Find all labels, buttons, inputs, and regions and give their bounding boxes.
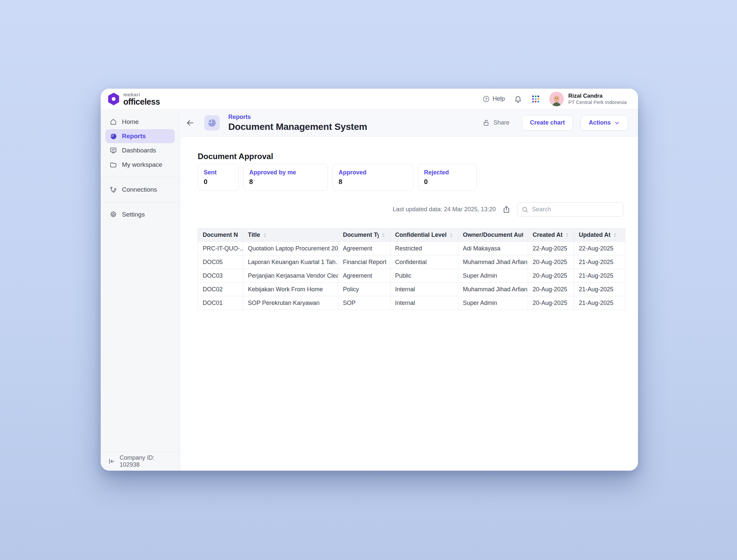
- cell-document-number: PRC-IT-QUO-..: [198, 242, 243, 255]
- table-row[interactable]: DOC01 SOP Perekrutan Karyawan SOP Intern…: [198, 296, 625, 310]
- stat-label: Sent: [204, 169, 232, 176]
- column-header-updated-at[interactable]: Updated At: [574, 228, 625, 242]
- cell-owner: Muhammad Jihad Arfian: [458, 255, 528, 269]
- cell-document-number: DOC01: [198, 296, 243, 310]
- page-title: Document Management System: [228, 122, 367, 132]
- cell-confidential-level: Internal: [391, 283, 458, 296]
- sidebar-item-my-workspace[interactable]: My workspace: [105, 158, 175, 172]
- sort-icon[interactable]: [449, 233, 453, 237]
- sort-icon[interactable]: [382, 233, 386, 237]
- cell-document-type: SOP: [338, 296, 391, 310]
- logo-brand: mekari: [123, 92, 160, 97]
- cell-document-number: DOC05: [198, 255, 243, 269]
- sidebar-item-settings[interactable]: Settings: [105, 208, 175, 222]
- gear-icon: [109, 211, 117, 219]
- stat-label: Rejected: [424, 169, 471, 176]
- dashboard-icon: [109, 146, 117, 154]
- column-header-confidential-level[interactable]: Confidential Level: [391, 228, 458, 242]
- stat-card-approved[interactable]: Approved 8: [332, 164, 414, 191]
- column-header-created-at[interactable]: Created At: [528, 228, 574, 242]
- cell-created-at: 20-Aug-2025: [528, 296, 574, 310]
- cell-document-type: Policy: [338, 283, 391, 296]
- sidebar-footer: Company ID: 102938: [101, 452, 178, 471]
- table-row[interactable]: DOC05 Laporan Keuangan Kuartal 1 Tah.. F…: [198, 255, 625, 269]
- folder-icon: [109, 161, 117, 169]
- page-header: Reports Document Management System Share…: [178, 109, 638, 136]
- mekari-officeless-logo[interactable]: mekari officeless: [107, 92, 160, 106]
- column-header-title[interactable]: Title: [243, 228, 338, 242]
- cell-owner: Adi Makayasa: [458, 242, 528, 255]
- main-area: Reports Document Management System Share…: [178, 109, 638, 471]
- section-title: Document Approval: [198, 152, 273, 161]
- sidebar-item-label: Connections: [122, 186, 157, 193]
- sort-icon[interactable]: [613, 233, 617, 237]
- help-button[interactable]: ? Help: [483, 95, 505, 103]
- column-header-document-type[interactable]: Document Type: [338, 228, 391, 242]
- sidebar-divider: [101, 177, 178, 177]
- actions-button[interactable]: Actions: [581, 115, 628, 131]
- cell-document-type: Agreement: [338, 269, 391, 283]
- sidebar-item-label: My workspace: [122, 161, 162, 168]
- notifications-button[interactable]: [514, 95, 522, 103]
- table-row[interactable]: DOC03 Perjanjian Kerjasama Vendor Clea..…: [198, 269, 625, 283]
- export-button[interactable]: [502, 205, 511, 214]
- sort-icon[interactable]: [263, 233, 267, 237]
- sidebar-item-connections[interactable]: Connections: [105, 183, 175, 197]
- back-button[interactable]: [185, 118, 195, 128]
- sidebar-item-label: Settings: [122, 211, 145, 218]
- sidebar-item-reports[interactable]: Reports: [105, 129, 175, 143]
- table-row[interactable]: DOC02 Kebijakan Work From Home Policy In…: [198, 283, 625, 296]
- content-card: Document Approval Sent 0 Approved by me …: [180, 136, 638, 471]
- create-chart-button[interactable]: Create chart: [522, 115, 573, 131]
- stat-value: 8: [338, 178, 408, 186]
- user-name: Rizal Candra: [568, 92, 627, 99]
- user-company: PT Central Perk Indonesia: [568, 99, 627, 106]
- stat-card-sent[interactable]: Sent 0: [198, 164, 238, 191]
- cell-updated-at: 21-Aug-2025: [574, 255, 625, 269]
- cell-created-at: 22-Aug-2025: [528, 242, 574, 255]
- unlock-icon: [483, 119, 491, 127]
- sidebar-item-home[interactable]: Home: [105, 115, 175, 129]
- stat-card-approved-by-me[interactable]: Approved by me 8: [243, 164, 328, 191]
- logo-product: officeless: [123, 98, 160, 106]
- share-button[interactable]: Share: [483, 119, 509, 127]
- search-input[interactable]: [532, 206, 619, 213]
- stat-cards: Sent 0 Approved by me 8 Approved 8 Rejec…: [198, 164, 477, 191]
- table-row[interactable]: PRC-IT-QUO-.. Quotation Laptop Procureme…: [198, 242, 625, 255]
- cell-document-number: DOC03: [198, 269, 243, 283]
- avatar: [549, 92, 564, 106]
- cell-document-type: Agreement: [338, 242, 391, 255]
- cell-updated-at: 22-Aug-2025: [574, 242, 625, 255]
- search-icon: [521, 206, 529, 213]
- question-circle-icon: ?: [483, 95, 490, 103]
- stat-value: 0: [424, 178, 471, 186]
- avatar-illustration: [551, 94, 562, 106]
- apps-grid-button[interactable]: [531, 95, 540, 103]
- hexagon-logo-icon: [107, 92, 120, 106]
- cell-title: Quotation Laptop Procurement 20..: [243, 242, 338, 255]
- sidebar-item-dashboards[interactable]: Dashboards: [105, 143, 175, 157]
- cell-document-number: DOC02: [198, 283, 243, 296]
- cell-title: Perjanjian Kerjasama Vendor Clea..: [243, 269, 338, 283]
- cell-confidential-level: Public: [391, 269, 458, 283]
- last-updated-text: Last updated data: 24 Mar 2025, 13:20: [393, 206, 496, 213]
- sort-icon[interactable]: [565, 233, 569, 237]
- stat-card-rejected[interactable]: Rejected 0: [418, 164, 477, 191]
- sidebar-item-label: Dashboards: [122, 147, 156, 154]
- cell-document-type: Financial Report: [338, 255, 391, 269]
- cell-created-at: 20-Aug-2025: [528, 269, 574, 283]
- stat-label: Approved by me: [249, 169, 322, 176]
- cell-confidential-level: Confidential: [391, 255, 458, 269]
- search-box: [517, 202, 623, 217]
- column-header-document-number[interactable]: Document Number: [198, 228, 243, 242]
- collapse-sidebar-button[interactable]: [108, 458, 115, 465]
- sidebar-item-label: Reports: [122, 133, 146, 140]
- cell-created-at: 20-Aug-2025: [528, 255, 574, 269]
- breadcrumb[interactable]: Reports: [228, 114, 367, 121]
- user-menu[interactable]: Rizal Candra PT Central Perk Indonesia: [549, 92, 627, 106]
- connections-icon: [109, 186, 117, 194]
- stat-value: 8: [249, 178, 322, 186]
- column-header-owner[interactable]: Owner/Document Author: [458, 228, 528, 242]
- share-label: Share: [494, 119, 509, 126]
- cell-updated-at: 21-Aug-2025: [574, 269, 625, 283]
